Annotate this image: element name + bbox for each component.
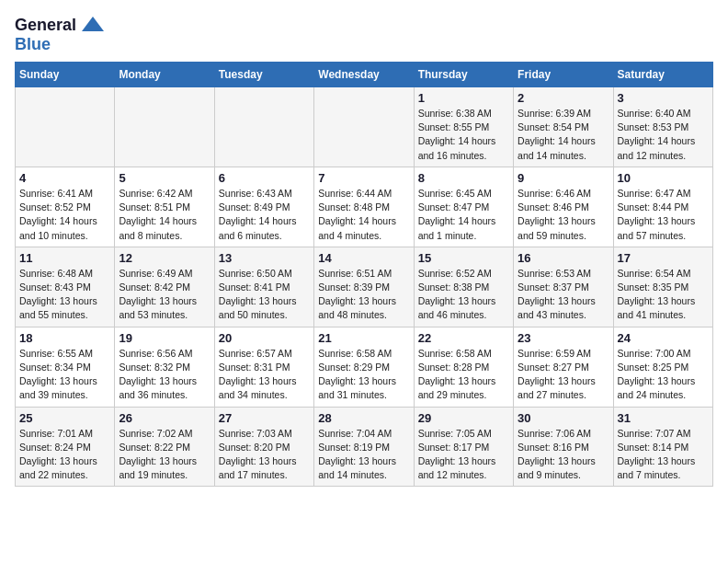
day-number: 21	[318, 331, 409, 345]
day-cell-27: 27Sunrise: 7:03 AMSunset: 8:20 PMDayligh…	[214, 407, 313, 487]
page-header: General Blue	[15, 15, 713, 54]
day-info: Sunrise: 6:46 AMSunset: 8:46 PMDaylight:…	[518, 187, 609, 243]
day-info: Sunrise: 6:43 AMSunset: 8:49 PMDaylight:…	[219, 187, 310, 243]
logo-icon	[80, 15, 106, 35]
day-number: 25	[19, 411, 110, 425]
day-number: 28	[318, 411, 409, 425]
day-cell-17: 17Sunrise: 6:54 AMSunset: 8:35 PMDayligh…	[613, 247, 712, 327]
day-info: Sunrise: 6:48 AMSunset: 8:43 PMDaylight:…	[19, 267, 110, 323]
day-info: Sunrise: 6:58 AMSunset: 8:29 PMDaylight:…	[318, 347, 409, 403]
day-info: Sunrise: 6:45 AMSunset: 8:47 PMDaylight:…	[418, 187, 509, 243]
day-cell-23: 23Sunrise: 6:59 AMSunset: 8:27 PMDayligh…	[514, 327, 613, 407]
day-number: 22	[418, 331, 509, 345]
day-cell-22: 22Sunrise: 6:58 AMSunset: 8:28 PMDayligh…	[414, 327, 513, 407]
day-number: 23	[518, 331, 609, 345]
logo: General Blue	[15, 15, 106, 54]
day-cell-empty	[214, 87, 313, 167]
day-cell-19: 19Sunrise: 6:56 AMSunset: 8:32 PMDayligh…	[115, 327, 214, 407]
day-cell-7: 7Sunrise: 6:44 AMSunset: 8:48 PMDaylight…	[314, 167, 414, 247]
day-info: Sunrise: 6:51 AMSunset: 8:39 PMDaylight:…	[318, 267, 409, 323]
day-info: Sunrise: 6:57 AMSunset: 8:31 PMDaylight:…	[219, 347, 310, 403]
day-info: Sunrise: 6:50 AMSunset: 8:41 PMDaylight:…	[219, 267, 310, 323]
day-cell-14: 14Sunrise: 6:51 AMSunset: 8:39 PMDayligh…	[314, 247, 414, 327]
day-info: Sunrise: 6:58 AMSunset: 8:28 PMDaylight:…	[418, 347, 509, 403]
logo-general-text: General	[15, 16, 76, 35]
week-row-2: 4Sunrise: 6:41 AMSunset: 8:52 PMDaylight…	[16, 167, 713, 247]
day-cell-12: 12Sunrise: 6:49 AMSunset: 8:42 PMDayligh…	[115, 247, 214, 327]
day-cell-2: 2Sunrise: 6:39 AMSunset: 8:54 PMDaylight…	[514, 87, 613, 167]
day-info: Sunrise: 6:41 AMSunset: 8:52 PMDaylight:…	[19, 187, 110, 243]
day-cell-21: 21Sunrise: 6:58 AMSunset: 8:29 PMDayligh…	[314, 327, 414, 407]
day-info: Sunrise: 6:40 AMSunset: 8:53 PMDaylight:…	[618, 107, 709, 163]
day-cell-20: 20Sunrise: 6:57 AMSunset: 8:31 PMDayligh…	[214, 327, 313, 407]
day-info: Sunrise: 6:47 AMSunset: 8:44 PMDaylight:…	[618, 187, 709, 243]
week-row-5: 25Sunrise: 7:01 AMSunset: 8:24 PMDayligh…	[16, 407, 713, 487]
day-number: 19	[119, 331, 210, 345]
header-monday: Monday	[115, 63, 214, 87]
day-number: 24	[618, 331, 709, 345]
day-cell-9: 9Sunrise: 6:46 AMSunset: 8:46 PMDaylight…	[514, 167, 613, 247]
day-cell-15: 15Sunrise: 6:52 AMSunset: 8:38 PMDayligh…	[414, 247, 513, 327]
day-cell-10: 10Sunrise: 6:47 AMSunset: 8:44 PMDayligh…	[613, 167, 712, 247]
day-info: Sunrise: 6:39 AMSunset: 8:54 PMDaylight:…	[518, 107, 609, 163]
day-number: 2	[518, 91, 609, 105]
day-cell-13: 13Sunrise: 6:50 AMSunset: 8:41 PMDayligh…	[214, 247, 313, 327]
header-friday: Friday	[514, 63, 613, 87]
day-number: 11	[19, 251, 110, 265]
day-cell-16: 16Sunrise: 6:53 AMSunset: 8:37 PMDayligh…	[514, 247, 613, 327]
day-number: 14	[318, 251, 409, 265]
day-cell-empty	[115, 87, 214, 167]
day-number: 18	[19, 331, 110, 345]
header-saturday: Saturday	[613, 63, 712, 87]
day-info: Sunrise: 6:52 AMSunset: 8:38 PMDaylight:…	[418, 267, 509, 323]
day-cell-28: 28Sunrise: 7:04 AMSunset: 8:19 PMDayligh…	[314, 407, 414, 487]
day-number: 20	[219, 331, 310, 345]
svg-marker-0	[82, 17, 104, 31]
logo-blue-text: Blue	[15, 35, 51, 54]
day-number: 13	[219, 251, 310, 265]
calendar-header-row: SundayMondayTuesdayWednesdayThursdayFrid…	[16, 63, 713, 87]
day-number: 9	[518, 171, 609, 185]
week-row-3: 11Sunrise: 6:48 AMSunset: 8:43 PMDayligh…	[16, 247, 713, 327]
day-info: Sunrise: 7:04 AMSunset: 8:19 PMDaylight:…	[318, 427, 409, 483]
day-cell-5: 5Sunrise: 6:42 AMSunset: 8:51 PMDaylight…	[115, 167, 214, 247]
day-number: 1	[418, 91, 509, 105]
day-cell-24: 24Sunrise: 7:00 AMSunset: 8:25 PMDayligh…	[613, 327, 712, 407]
header-tuesday: Tuesday	[214, 63, 313, 87]
day-number: 30	[518, 411, 609, 425]
day-number: 29	[418, 411, 509, 425]
day-cell-8: 8Sunrise: 6:45 AMSunset: 8:47 PMDaylight…	[414, 167, 513, 247]
day-number: 26	[119, 411, 210, 425]
day-cell-30: 30Sunrise: 7:06 AMSunset: 8:16 PMDayligh…	[514, 407, 613, 487]
day-number: 15	[418, 251, 509, 265]
day-number: 16	[518, 251, 609, 265]
day-cell-29: 29Sunrise: 7:05 AMSunset: 8:17 PMDayligh…	[414, 407, 513, 487]
calendar-table: SundayMondayTuesdayWednesdayThursdayFrid…	[15, 62, 713, 487]
day-number: 17	[618, 251, 709, 265]
day-number: 4	[19, 171, 110, 185]
day-cell-empty	[16, 87, 115, 167]
day-number: 31	[618, 411, 709, 425]
day-info: Sunrise: 7:05 AMSunset: 8:17 PMDaylight:…	[418, 427, 509, 483]
day-info: Sunrise: 7:01 AMSunset: 8:24 PMDaylight:…	[19, 427, 110, 483]
day-cell-26: 26Sunrise: 7:02 AMSunset: 8:22 PMDayligh…	[115, 407, 214, 487]
day-number: 5	[119, 171, 210, 185]
day-cell-4: 4Sunrise: 6:41 AMSunset: 8:52 PMDaylight…	[16, 167, 115, 247]
day-cell-1: 1Sunrise: 6:38 AMSunset: 8:55 PMDaylight…	[414, 87, 513, 167]
header-sunday: Sunday	[16, 63, 115, 87]
day-info: Sunrise: 7:03 AMSunset: 8:20 PMDaylight:…	[219, 427, 310, 483]
day-cell-3: 3Sunrise: 6:40 AMSunset: 8:53 PMDaylight…	[613, 87, 712, 167]
day-number: 7	[318, 171, 409, 185]
day-number: 3	[618, 91, 709, 105]
header-wednesday: Wednesday	[314, 63, 414, 87]
day-info: Sunrise: 7:00 AMSunset: 8:25 PMDaylight:…	[618, 347, 709, 403]
day-info: Sunrise: 7:02 AMSunset: 8:22 PMDaylight:…	[119, 427, 210, 483]
day-number: 12	[119, 251, 210, 265]
week-row-4: 18Sunrise: 6:55 AMSunset: 8:34 PMDayligh…	[16, 327, 713, 407]
day-info: Sunrise: 7:07 AMSunset: 8:14 PMDaylight:…	[618, 427, 709, 483]
day-number: 6	[219, 171, 310, 185]
header-thursday: Thursday	[414, 63, 513, 87]
day-info: Sunrise: 6:53 AMSunset: 8:37 PMDaylight:…	[518, 267, 609, 323]
day-info: Sunrise: 6:59 AMSunset: 8:27 PMDaylight:…	[518, 347, 609, 403]
day-info: Sunrise: 6:56 AMSunset: 8:32 PMDaylight:…	[119, 347, 210, 403]
